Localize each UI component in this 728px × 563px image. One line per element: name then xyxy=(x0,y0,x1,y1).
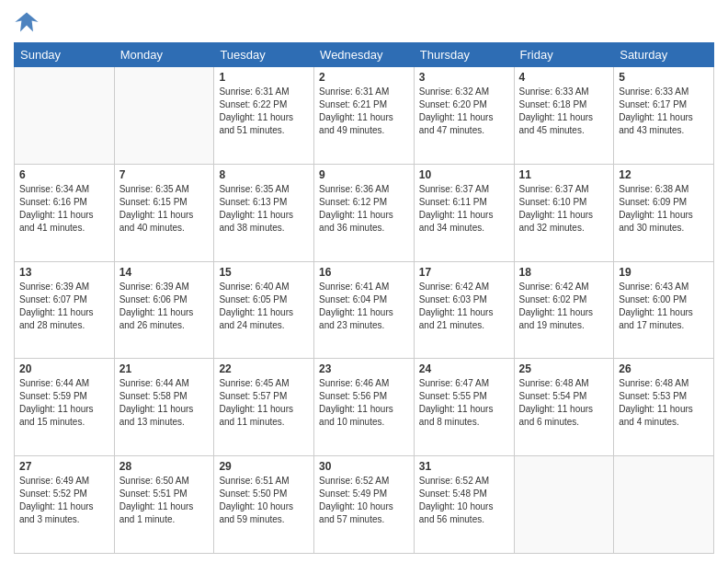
day-info: Sunrise: 6:48 AMSunset: 5:53 PMDaylight:… xyxy=(619,378,693,427)
day-info: Sunrise: 6:31 AMSunset: 6:22 PMDaylight:… xyxy=(219,86,293,135)
calendar-cell: 26 Sunrise: 6:48 AMSunset: 5:53 PMDaylig… xyxy=(614,359,714,456)
day-info: Sunrise: 6:43 AMSunset: 6:00 PMDaylight:… xyxy=(619,282,693,330)
day-number: 12 xyxy=(619,168,709,181)
day-info: Sunrise: 6:47 AMSunset: 5:55 PMDaylight:… xyxy=(419,378,494,427)
day-number: 7 xyxy=(119,168,210,181)
day-number: 6 xyxy=(19,168,109,181)
day-number: 17 xyxy=(419,266,509,279)
calendar-cell: 29 Sunrise: 6:51 AMSunset: 5:50 PMDaylig… xyxy=(214,456,314,554)
calendar-cell: 4 Sunrise: 6:33 AMSunset: 6:18 PMDayligh… xyxy=(514,67,614,165)
weekday-header-thursday: Thursday xyxy=(414,43,514,67)
day-info: Sunrise: 6:52 AMSunset: 5:48 PMDaylight:… xyxy=(419,476,494,524)
day-number: 4 xyxy=(519,71,609,84)
day-number: 21 xyxy=(119,362,210,375)
day-number: 16 xyxy=(319,266,409,279)
day-number: 15 xyxy=(219,266,309,279)
day-info: Sunrise: 6:44 AMSunset: 5:59 PMDaylight:… xyxy=(19,378,94,427)
calendar-week-row: 13 Sunrise: 6:39 AMSunset: 6:07 PMDaylig… xyxy=(15,261,714,359)
day-info: Sunrise: 6:39 AMSunset: 6:06 PMDaylight:… xyxy=(119,282,194,330)
calendar-cell: 31 Sunrise: 6:52 AMSunset: 5:48 PMDaylig… xyxy=(414,456,514,554)
day-info: Sunrise: 6:41 AMSunset: 6:04 PMDaylight:… xyxy=(319,282,393,330)
calendar-cell: 8 Sunrise: 6:35 AMSunset: 6:13 PMDayligh… xyxy=(214,164,314,261)
day-info: Sunrise: 6:35 AMSunset: 6:13 PMDaylight:… xyxy=(219,184,293,233)
calendar-cell: 19 Sunrise: 6:43 AMSunset: 6:00 PMDaylig… xyxy=(614,261,714,359)
calendar-cell: 16 Sunrise: 6:41 AMSunset: 6:04 PMDaylig… xyxy=(314,261,415,359)
calendar-table: SundayMondayTuesdayWednesdayThursdayFrid… xyxy=(14,42,714,554)
calendar-cell: 14 Sunrise: 6:39 AMSunset: 6:06 PMDaylig… xyxy=(114,261,214,359)
calendar-cell: 22 Sunrise: 6:45 AMSunset: 5:57 PMDaylig… xyxy=(214,359,314,456)
day-number: 13 xyxy=(19,266,109,279)
calendar-cell: 10 Sunrise: 6:37 AMSunset: 6:11 PMDaylig… xyxy=(414,164,514,261)
day-info: Sunrise: 6:37 AMSunset: 6:11 PMDaylight:… xyxy=(419,184,494,233)
day-number: 31 xyxy=(419,460,509,473)
calendar-week-row: 1 Sunrise: 6:31 AMSunset: 6:22 PMDayligh… xyxy=(15,67,714,165)
day-info: Sunrise: 6:42 AMSunset: 6:03 PMDaylight:… xyxy=(419,282,494,330)
calendar-cell: 23 Sunrise: 6:46 AMSunset: 5:56 PMDaylig… xyxy=(314,359,415,456)
day-number: 18 xyxy=(519,266,609,279)
calendar-cell: 15 Sunrise: 6:40 AMSunset: 6:05 PMDaylig… xyxy=(214,261,314,359)
calendar-cell: 17 Sunrise: 6:42 AMSunset: 6:03 PMDaylig… xyxy=(414,261,514,359)
day-info: Sunrise: 6:31 AMSunset: 6:21 PMDaylight:… xyxy=(319,86,393,135)
calendar-week-row: 6 Sunrise: 6:34 AMSunset: 6:16 PMDayligh… xyxy=(15,164,714,261)
day-info: Sunrise: 6:36 AMSunset: 6:12 PMDaylight:… xyxy=(319,184,393,233)
day-info: Sunrise: 6:49 AMSunset: 5:52 PMDaylight:… xyxy=(19,476,94,524)
svg-marker-0 xyxy=(15,13,38,32)
day-info: Sunrise: 6:35 AMSunset: 6:15 PMDaylight:… xyxy=(119,184,194,233)
weekday-header-monday: Monday xyxy=(114,43,214,67)
day-number: 10 xyxy=(419,168,509,181)
day-number: 1 xyxy=(219,71,309,84)
weekday-header-row: SundayMondayTuesdayWednesdayThursdayFrid… xyxy=(15,43,714,67)
day-info: Sunrise: 6:33 AMSunset: 6:18 PMDaylight:… xyxy=(519,86,594,135)
calendar-cell: 13 Sunrise: 6:39 AMSunset: 6:07 PMDaylig… xyxy=(15,261,115,359)
calendar-cell: 24 Sunrise: 6:47 AMSunset: 5:55 PMDaylig… xyxy=(414,359,514,456)
day-number: 19 xyxy=(619,266,709,279)
day-number: 9 xyxy=(319,168,409,181)
day-info: Sunrise: 6:34 AMSunset: 6:16 PMDaylight:… xyxy=(19,184,94,233)
calendar-cell: 5 Sunrise: 6:33 AMSunset: 6:17 PMDayligh… xyxy=(614,67,714,165)
day-number: 11 xyxy=(519,168,609,181)
day-number: 29 xyxy=(219,460,309,473)
calendar-cell: 2 Sunrise: 6:31 AMSunset: 6:21 PMDayligh… xyxy=(314,67,415,165)
day-number: 20 xyxy=(19,362,109,375)
logo-bird-icon xyxy=(14,9,40,35)
day-number: 5 xyxy=(619,71,709,84)
day-info: Sunrise: 6:37 AMSunset: 6:10 PMDaylight:… xyxy=(519,184,594,233)
page: SundayMondayTuesdayWednesdayThursdayFrid… xyxy=(0,0,728,563)
calendar-cell: 6 Sunrise: 6:34 AMSunset: 6:16 PMDayligh… xyxy=(15,164,115,261)
day-info: Sunrise: 6:50 AMSunset: 5:51 PMDaylight:… xyxy=(119,476,194,524)
calendar-cell: 20 Sunrise: 6:44 AMSunset: 5:59 PMDaylig… xyxy=(15,359,115,456)
calendar-cell: 18 Sunrise: 6:42 AMSunset: 6:02 PMDaylig… xyxy=(514,261,614,359)
day-number: 24 xyxy=(419,362,509,375)
calendar-cell: 12 Sunrise: 6:38 AMSunset: 6:09 PMDaylig… xyxy=(614,164,714,261)
calendar-cell: 30 Sunrise: 6:52 AMSunset: 5:49 PMDaylig… xyxy=(314,456,415,554)
day-info: Sunrise: 6:33 AMSunset: 6:17 PMDaylight:… xyxy=(619,86,693,135)
day-number: 27 xyxy=(19,460,109,473)
calendar-cell xyxy=(114,67,214,165)
day-number: 8 xyxy=(219,168,309,181)
weekday-header-saturday: Saturday xyxy=(614,43,714,67)
calendar-cell: 9 Sunrise: 6:36 AMSunset: 6:12 PMDayligh… xyxy=(314,164,415,261)
calendar-week-row: 20 Sunrise: 6:44 AMSunset: 5:59 PMDaylig… xyxy=(15,359,714,456)
day-info: Sunrise: 6:48 AMSunset: 5:54 PMDaylight:… xyxy=(519,378,594,427)
calendar-cell: 1 Sunrise: 6:31 AMSunset: 6:22 PMDayligh… xyxy=(214,67,314,165)
weekday-header-sunday: Sunday xyxy=(15,43,115,67)
calendar-cell xyxy=(614,456,714,554)
day-info: Sunrise: 6:44 AMSunset: 5:58 PMDaylight:… xyxy=(119,378,194,427)
calendar-week-row: 27 Sunrise: 6:49 AMSunset: 5:52 PMDaylig… xyxy=(15,456,714,554)
day-number: 30 xyxy=(319,460,409,473)
day-number: 25 xyxy=(519,362,609,375)
day-info: Sunrise: 6:46 AMSunset: 5:56 PMDaylight:… xyxy=(319,378,393,427)
calendar-cell: 21 Sunrise: 6:44 AMSunset: 5:58 PMDaylig… xyxy=(114,359,214,456)
calendar-cell: 25 Sunrise: 6:48 AMSunset: 5:54 PMDaylig… xyxy=(514,359,614,456)
day-info: Sunrise: 6:38 AMSunset: 6:09 PMDaylight:… xyxy=(619,184,693,233)
weekday-header-tuesday: Tuesday xyxy=(214,43,314,67)
calendar-cell xyxy=(514,456,614,554)
header xyxy=(14,9,714,35)
day-info: Sunrise: 6:40 AMSunset: 6:05 PMDaylight:… xyxy=(219,282,293,330)
calendar-cell: 7 Sunrise: 6:35 AMSunset: 6:15 PMDayligh… xyxy=(114,164,214,261)
day-info: Sunrise: 6:42 AMSunset: 6:02 PMDaylight:… xyxy=(519,282,594,330)
day-number: 3 xyxy=(419,71,509,84)
day-number: 28 xyxy=(119,460,210,473)
calendar-cell xyxy=(15,67,115,165)
calendar-cell: 27 Sunrise: 6:49 AMSunset: 5:52 PMDaylig… xyxy=(15,456,115,554)
